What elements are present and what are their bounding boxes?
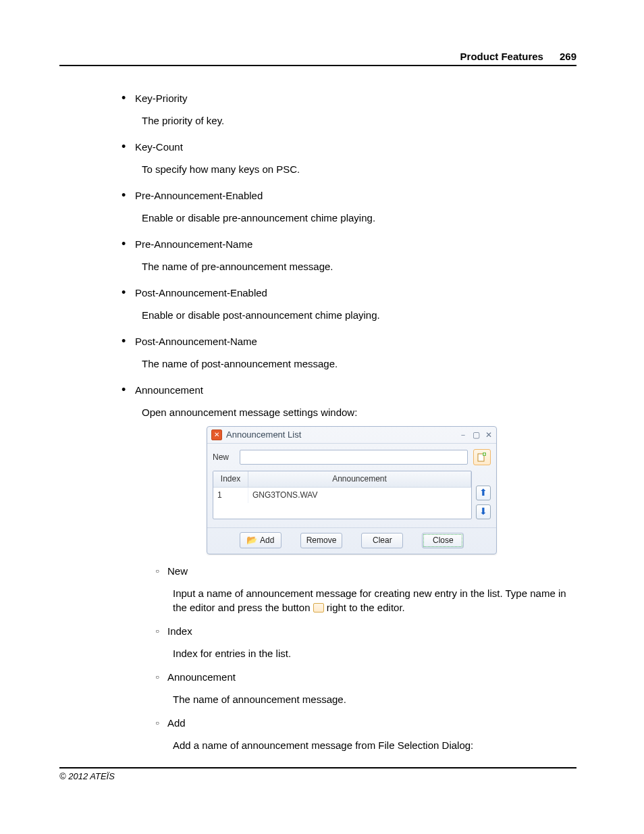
- sub-desc-b: right to the editor.: [327, 602, 405, 613]
- page-number: 269: [560, 51, 576, 62]
- move-up-button[interactable]: ⬆: [476, 486, 491, 500]
- table-row[interactable]: 1 GNG3TONS.WAV: [213, 488, 471, 503]
- sub-desc: The name of announcement message.: [167, 692, 576, 706]
- minimize-icon[interactable]: －: [459, 429, 467, 441]
- announcement-list-dialog: Announcement List － ▢ ✕ New: [207, 426, 497, 554]
- sub-term: Add: [167, 716, 576, 730]
- table-wrap: Index Announcement 1 GNG3TONS.WAV: [213, 471, 491, 519]
- dialog-titlebar[interactable]: Announcement List － ▢ ✕: [207, 427, 496, 444]
- page-footer: © 2012 ATEÏS: [59, 767, 576, 781]
- bullet-term: Announcement: [135, 383, 576, 397]
- bullet-term: Key-Count: [135, 140, 576, 154]
- sub-term: Index: [167, 624, 576, 638]
- bullet-post-name: Post-Announcement-Name The name of post-…: [122, 334, 576, 371]
- table-row-empty: [213, 503, 471, 518]
- maximize-icon[interactable]: ▢: [473, 429, 480, 441]
- bullet-key-priority: Key-Priority The priority of key.: [122, 91, 576, 128]
- bullet-desc: Enable or disable post-announcement chim…: [135, 308, 576, 322]
- bullet-desc: The priority of key.: [135, 113, 576, 128]
- bullet-term: Pre-Announcement-Enabled: [135, 188, 576, 203]
- new-entry-icon-button[interactable]: [473, 449, 491, 465]
- bullet-pre-enabled: Pre-Announcement-Enabled Enable or disab…: [122, 188, 576, 225]
- cell-index: 1: [213, 488, 248, 503]
- bullet-desc: Open announcement message settings windo…: [135, 405, 576, 419]
- sub-list: New Input a name of announcement message…: [155, 564, 576, 752]
- bullet-desc: Enable or disable pre-announcement chime…: [135, 211, 576, 225]
- bullet-pre-name: Pre-Announcement-Name The name of pre-an…: [122, 237, 576, 273]
- new-row: New: [213, 449, 491, 465]
- sub-index: Index Index for entries in the list.: [155, 624, 576, 660]
- page-content: Key-Priority The priority of key. Key-Co…: [122, 91, 576, 764]
- cell-announcement: GNG3TONS.WAV: [248, 488, 471, 503]
- dialog-body: New Index: [207, 444, 496, 527]
- col-announcement[interactable]: Announcement: [248, 471, 471, 487]
- bullet-desc: The name of post-announcement message.: [135, 357, 576, 371]
- section-title: Product Features: [460, 51, 543, 62]
- bullet-announcement: Announcement Open announcement message s…: [122, 383, 576, 752]
- dialog-title: Announcement List: [226, 429, 459, 441]
- announcement-table: Index Announcement 1 GNG3TONS.WAV: [213, 471, 472, 519]
- page-header: Product Features 269: [59, 51, 576, 66]
- bullet-key-count: Key-Count To specify how many keys on PS…: [122, 140, 576, 176]
- sub-desc: Index for entries in the list.: [167, 646, 576, 660]
- new-input[interactable]: [240, 450, 468, 465]
- sub-new: New Input a name of announcement message…: [155, 564, 576, 615]
- bullet-post-enabled: Post-Announcement-Enabled Enable or disa…: [122, 286, 576, 322]
- bullet-term: Key-Priority: [135, 91, 576, 105]
- bullet-term: Post-Announcement-Enabled: [135, 286, 576, 300]
- sub-desc: Input a name of announcement message for…: [167, 586, 576, 615]
- close-icon[interactable]: ✕: [485, 429, 492, 441]
- sub-add: Add Add a name of announcement message f…: [155, 716, 576, 752]
- bullet-desc: To specify how many keys on PSC.: [135, 162, 576, 176]
- reorder-arrows: ⬆ ⬇: [476, 471, 491, 519]
- new-entry-inline-icon: [313, 603, 324, 613]
- app-icon: [211, 429, 222, 440]
- add-button[interactable]: 📂 Add: [240, 532, 281, 548]
- copyright: © 2012 ATEÏS: [59, 771, 115, 781]
- move-down-button[interactable]: ⬇: [476, 504, 491, 519]
- sub-announcement: Announcement The name of announcement me…: [155, 670, 576, 706]
- folder-icon: 📂: [246, 534, 257, 546]
- sub-term: New: [167, 564, 576, 578]
- remove-button[interactable]: Remove: [300, 533, 343, 548]
- bullet-term: Pre-Announcement-Name: [135, 237, 576, 251]
- sub-desc: Add a name of announcement message from …: [167, 738, 576, 752]
- add-label: Add: [260, 535, 274, 546]
- col-index[interactable]: Index: [213, 471, 248, 487]
- new-label: New: [213, 452, 234, 463]
- clear-button[interactable]: Clear: [361, 533, 403, 548]
- window-buttons: － ▢ ✕: [459, 429, 492, 441]
- bullet-term: Post-Announcement-Name: [135, 334, 576, 348]
- sub-term: Announcement: [167, 670, 576, 684]
- close-button[interactable]: Close: [422, 533, 464, 548]
- dialog-footer: 📂 Add Remove Clear Close: [207, 527, 496, 554]
- close-label: Close: [433, 535, 454, 546]
- table-body: 1 GNG3TONS.WAV: [213, 488, 471, 518]
- bullet-desc: The name of pre-announcement message.: [135, 259, 576, 273]
- remove-label: Remove: [306, 535, 337, 546]
- table-header: Index Announcement: [213, 471, 471, 488]
- new-file-icon: [477, 452, 487, 462]
- clear-label: Clear: [373, 535, 392, 546]
- bullet-list: Key-Priority The priority of key. Key-Co…: [122, 91, 576, 752]
